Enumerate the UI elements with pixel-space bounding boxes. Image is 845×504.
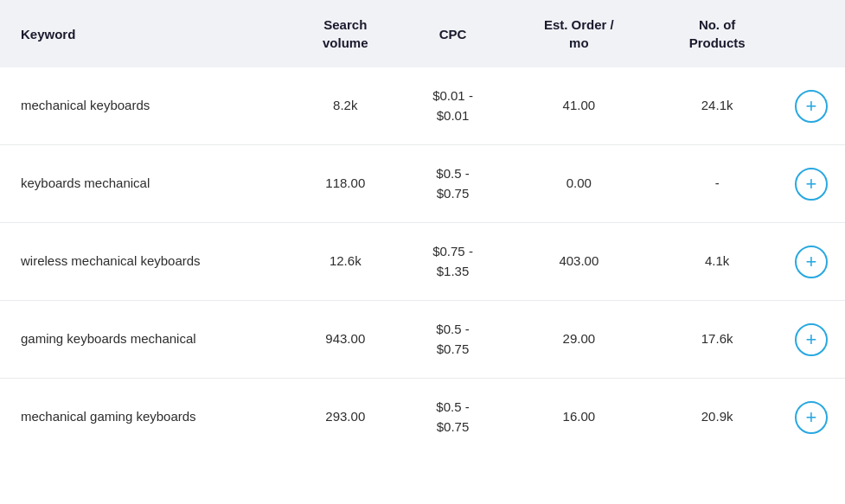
cell-cpc: $0.5 -$0.75 bbox=[401, 145, 505, 223]
cell-action: + bbox=[781, 301, 845, 379]
col-header-est-order: Est. Order /mo bbox=[504, 0, 653, 67]
table-row: mechanical gaming keyboards293.00$0.5 -$… bbox=[0, 379, 845, 456]
cell-no-products: 17.6k bbox=[653, 301, 781, 379]
table-row: keyboards mechanical118.00$0.5 -$0.750.0… bbox=[0, 145, 845, 223]
cell-search-volume: 8.2k bbox=[290, 67, 401, 145]
cell-keyword: gaming keyboards mechanical bbox=[0, 301, 290, 379]
cell-est-order: 16.00 bbox=[504, 379, 653, 456]
cell-no-products: 20.9k bbox=[653, 379, 781, 456]
cell-search-volume: 118.00 bbox=[290, 145, 401, 223]
cell-est-order: 0.00 bbox=[504, 145, 653, 223]
table-body: mechanical keyboards8.2k$0.01 -$0.0141.0… bbox=[0, 67, 845, 456]
col-header-no-products: No. ofProducts bbox=[653, 0, 781, 67]
col-header-cpc: CPC bbox=[401, 0, 505, 67]
add-keyword-button[interactable]: + bbox=[795, 401, 828, 434]
add-keyword-button[interactable]: + bbox=[795, 323, 828, 356]
cell-cpc: $0.5 -$0.75 bbox=[401, 301, 505, 379]
cell-keyword: keyboards mechanical bbox=[0, 145, 290, 223]
table-header: Keyword Searchvolume CPC Est. Order /mo … bbox=[0, 0, 845, 67]
add-keyword-button[interactable]: + bbox=[795, 246, 828, 278]
col-header-search-volume: Searchvolume bbox=[290, 0, 401, 67]
table-row: gaming keyboards mechanical943.00$0.5 -$… bbox=[0, 301, 845, 379]
cell-action: + bbox=[781, 145, 845, 223]
keyword-table-container: Keyword Searchvolume CPC Est. Order /mo … bbox=[0, 0, 845, 456]
cell-est-order: 41.00 bbox=[504, 67, 653, 145]
cell-no-products: 4.1k bbox=[653, 223, 781, 301]
keyword-table: Keyword Searchvolume CPC Est. Order /mo … bbox=[0, 0, 845, 456]
cell-no-products: - bbox=[653, 145, 781, 223]
table-row: wireless mechanical keyboards12.6k$0.75 … bbox=[0, 223, 845, 301]
cell-keyword: wireless mechanical keyboards bbox=[0, 223, 290, 301]
cell-cpc: $0.5 -$0.75 bbox=[401, 379, 505, 456]
add-keyword-button[interactable]: + bbox=[795, 90, 828, 123]
cell-cpc: $0.01 -$0.01 bbox=[401, 67, 505, 145]
cell-no-products: 24.1k bbox=[653, 67, 781, 145]
table-row: mechanical keyboards8.2k$0.01 -$0.0141.0… bbox=[0, 67, 845, 145]
cell-keyword: mechanical gaming keyboards bbox=[0, 379, 290, 456]
cell-est-order: 29.00 bbox=[504, 301, 653, 379]
cell-action: + bbox=[781, 223, 845, 301]
cell-action: + bbox=[781, 67, 845, 145]
cell-cpc: $0.75 -$1.35 bbox=[401, 223, 505, 301]
header-row: Keyword Searchvolume CPC Est. Order /mo … bbox=[0, 0, 845, 67]
cell-search-volume: 12.6k bbox=[290, 223, 401, 301]
col-header-action bbox=[781, 0, 845, 67]
cell-search-volume: 293.00 bbox=[290, 379, 401, 456]
col-header-keyword: Keyword bbox=[0, 0, 290, 67]
cell-action: + bbox=[781, 379, 845, 456]
cell-keyword: mechanical keyboards bbox=[0, 67, 290, 145]
cell-search-volume: 943.00 bbox=[290, 301, 401, 379]
cell-est-order: 403.00 bbox=[504, 223, 653, 301]
add-keyword-button[interactable]: + bbox=[795, 168, 828, 201]
